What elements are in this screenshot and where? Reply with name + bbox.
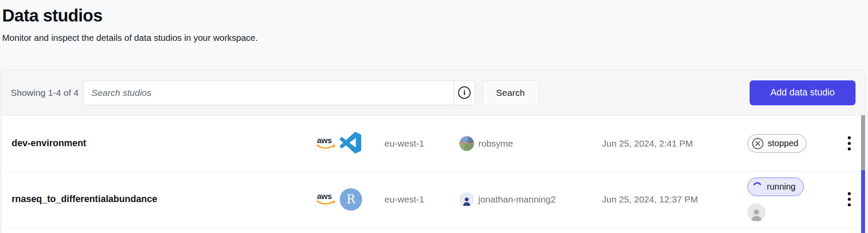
vertical-scrollbar — [861, 115, 865, 233]
row-menu-button[interactable] — [840, 131, 859, 156]
studio-region: eu-west-1 — [384, 194, 459, 205]
studio-name-link[interactable]: dev-environment — [12, 138, 316, 149]
status-label: stopped — [768, 138, 798, 148]
user-avatar-person-icon — [459, 192, 474, 207]
aws-icon: aws — [316, 192, 336, 207]
studios-toolbar: Showing 1-4 of 4 i Search Add data studi… — [1, 70, 865, 116]
studios-panel: Showing 1-4 of 4 i Search Add data studi… — [1, 70, 865, 233]
spinner-icon — [752, 181, 763, 192]
page-header: Data studios Monitor and inspect the det… — [0, 0, 868, 43]
studio-user-cell: robsyme — [459, 136, 602, 151]
scrollbar-thumb[interactable] — [861, 115, 865, 170]
search-button[interactable]: Search — [482, 80, 539, 105]
studio-icons-cell: aws R — [316, 188, 384, 211]
studio-region: eu-west-1 — [384, 138, 459, 149]
info-icon: i — [458, 86, 471, 99]
status-badge-running: running — [747, 178, 804, 196]
rstudio-icon: R — [340, 188, 362, 211]
search-group: i — [83, 80, 475, 105]
user-name: jonathan-manning2 — [478, 194, 556, 205]
studio-created-date: Jun 25, 2024, 12:37 PM — [602, 194, 747, 205]
user-avatar — [459, 136, 474, 151]
studio-status-cell: stopped — [747, 134, 839, 153]
status-badge-stopped: stopped — [747, 134, 806, 153]
placeholder-avatar-person-icon — [747, 203, 766, 221]
results-count: Showing 1-4 of 4 — [11, 88, 79, 98]
studios-list: dev-environment aws eu-west-1 — [1, 116, 865, 233]
aws-wordmark: aws — [317, 192, 332, 201]
search-input[interactable] — [83, 80, 454, 105]
studio-icons-cell: aws — [316, 132, 384, 155]
row-menu-button[interactable] — [840, 187, 859, 212]
status-label: running — [767, 182, 796, 192]
page-title: Data studios — [2, 6, 868, 25]
vscode-icon — [340, 132, 361, 155]
x-circle-icon — [752, 138, 764, 150]
search-info-button[interactable]: i — [454, 80, 475, 105]
studio-status-cell: running — [747, 178, 839, 221]
scrollbar-thumb-active[interactable] — [861, 170, 865, 233]
user-name: robsyme — [478, 138, 513, 149]
studio-created-date: Jun 25, 2024, 2:41 PM — [602, 138, 747, 149]
studio-user-cell: jonathan-manning2 — [459, 192, 602, 207]
studio-row-partial — [1, 227, 865, 233]
page-subtitle: Monitor and inspect the details of data … — [2, 33, 868, 43]
studio-row-dev-environment[interactable]: dev-environment aws eu-west-1 — [1, 116, 865, 172]
add-data-studio-button[interactable]: Add data studio — [750, 80, 856, 105]
aws-wordmark: aws — [317, 136, 332, 145]
studio-name-link[interactable]: rnaseq_to_differentialabundance — [12, 194, 316, 205]
studio-row-rnaseq[interactable]: rnaseq_to_differentialabundance aws R eu… — [1, 172, 865, 227]
aws-icon: aws — [316, 136, 336, 151]
